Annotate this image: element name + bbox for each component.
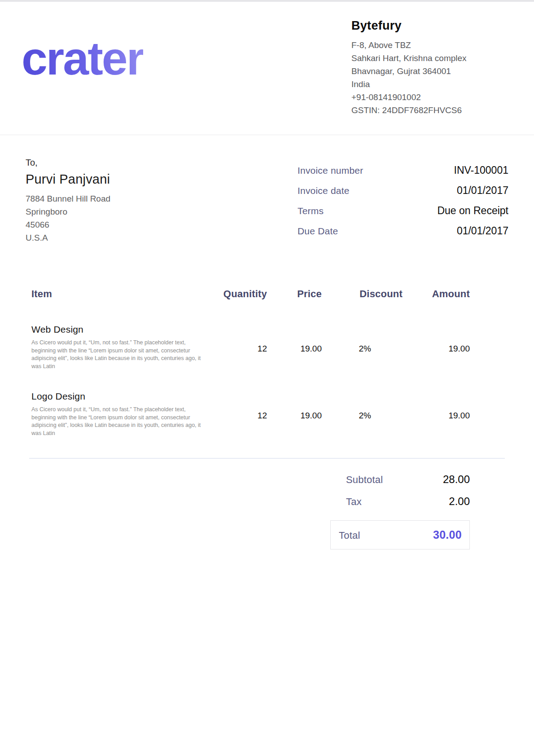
item-price: 19.00: [267, 391, 322, 437]
item-discount: 2%: [322, 324, 403, 370]
company-address-line: Bhavnagar, Gujrat 364001: [351, 65, 509, 78]
due-date-value: 01/01/2017: [457, 225, 508, 237]
customer-address-line: 45066: [26, 218, 110, 231]
company-phone: +91-08141901002: [351, 91, 509, 104]
column-header-quantity: Quanitity: [209, 288, 267, 300]
item-name: Logo Design: [31, 391, 209, 402]
company-name: Bytefury: [351, 19, 509, 33]
terms-row: Terms Due on Receipt: [298, 205, 508, 217]
invoice-number-row: Invoice number INV-100001: [298, 164, 508, 176]
item-name: Web Design: [31, 324, 209, 335]
items-totals-divider: [29, 458, 505, 459]
to-label: To,: [26, 158, 110, 168]
column-header-item: Item: [31, 288, 209, 300]
subtotal-row: Subtotal 28.00: [0, 473, 470, 486]
column-header-amount: Amount: [403, 288, 470, 300]
tax-label: Tax: [346, 496, 362, 508]
grand-total-value: 30.00: [433, 528, 462, 541]
invoice-date-value: 01/01/2017: [457, 185, 508, 197]
terms-value: Due on Receipt: [437, 205, 508, 217]
column-header-discount: Discount: [322, 288, 403, 300]
item-cell: Web Design As Cicero would put it, “Um, …: [31, 324, 209, 370]
bill-to-block: To, Purvi Panjvani 7884 Bunnel Hill Road…: [26, 158, 110, 245]
subtotal-label: Subtotal: [346, 474, 383, 486]
company-address-line: F-8, Above TBZ: [351, 39, 509, 52]
item-price: 19.00: [267, 324, 322, 370]
item-description: As Cicero would put it, “Um, not so fast…: [31, 339, 209, 370]
item-amount: 19.00: [403, 391, 470, 437]
items-table-header-row: Item Quanitity Price Discount Amount: [0, 288, 534, 300]
tax-value: 2.00: [449, 495, 470, 508]
invoice-meta-block: Invoice number INV-100001 Invoice date 0…: [298, 164, 508, 245]
company-address-line: India: [351, 78, 509, 91]
invoice-header: crater Bytefury F-8, Above TBZ Sahkari H…: [0, 2, 534, 135]
item-amount: 19.00: [403, 324, 470, 370]
grand-total-label: Total: [339, 530, 360, 541]
customer-address-line: U.S.A: [26, 231, 110, 244]
invoice-date-row: Invoice date 01/01/2017: [298, 185, 508, 197]
customer-address-line: 7884 Bunnel Hill Road: [26, 192, 110, 205]
item-cell: Logo Design As Cicero would put it, “Um,…: [31, 391, 209, 437]
item-discount: 2%: [322, 391, 403, 437]
due-date-label: Due Date: [298, 226, 338, 237]
column-header-price: Price: [267, 288, 322, 300]
table-row: Web Design As Cicero would put it, “Um, …: [0, 324, 534, 370]
customer-address-line: Springboro: [26, 205, 110, 218]
tax-row: Tax 2.00: [0, 495, 470, 508]
company-block: Bytefury F-8, Above TBZ Sahkari Hart, Kr…: [351, 17, 509, 117]
item-quantity: 12: [209, 324, 267, 370]
customer-name: Purvi Panjvani: [26, 172, 110, 187]
company-address-line: Sahkari Hart, Krishna complex: [351, 52, 509, 65]
grand-total-box: Total 30.00: [330, 520, 470, 549]
terms-label: Terms: [298, 206, 324, 216]
item-quantity: 12: [209, 391, 267, 437]
items-table: Item Quanitity Price Discount Amount Web…: [0, 288, 534, 437]
item-description: As Cicero would put it, “Um, not so fast…: [31, 406, 209, 437]
totals-section: Subtotal 28.00 Tax 2.00 Total 30.00: [0, 473, 534, 549]
due-date-row: Due Date 01/01/2017: [298, 225, 508, 237]
invoice-date-label: Invoice date: [298, 185, 350, 196]
invoice-number-label: Invoice number: [298, 165, 363, 176]
invoice-number-value: INV-100001: [454, 164, 508, 176]
table-row: Logo Design As Cicero would put it, “Um,…: [0, 391, 534, 437]
subtotal-value: 28.00: [443, 473, 470, 486]
company-gstin: GSTIN: 24DDF7682FHVCS6: [351, 104, 509, 117]
billing-and-meta-section: To, Purvi Panjvani 7884 Bunnel Hill Road…: [0, 135, 534, 245]
crater-logo: crater: [22, 35, 143, 82]
